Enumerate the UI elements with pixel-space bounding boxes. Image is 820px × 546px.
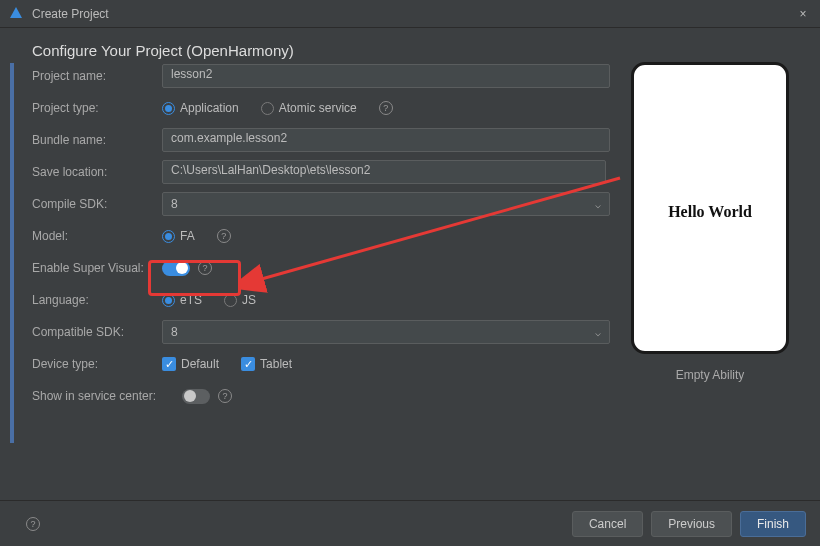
help-icon[interactable]: ?: [218, 389, 232, 403]
radio-application[interactable]: Application: [162, 101, 239, 115]
chevron-down-icon: ⌵: [595, 327, 601, 338]
wizard-step-indicator: [10, 63, 14, 443]
compile-sdk-select[interactable]: 8 ⌵: [162, 192, 610, 216]
chevron-down-icon: ⌵: [595, 199, 601, 210]
label-model: Model:: [32, 229, 162, 243]
radio-fa[interactable]: FA: [162, 229, 195, 243]
help-icon[interactable]: ?: [26, 517, 40, 531]
bundle-name-input[interactable]: com.example.lesson2: [162, 128, 610, 152]
checkbox-default[interactable]: ✓ Default: [162, 357, 219, 371]
form-area: Project name: lesson2 Project type: Appl…: [32, 60, 620, 500]
footer-bar: ? Cancel Previous Finish: [0, 500, 820, 546]
label-device-type: Device type:: [32, 357, 162, 371]
save-location-input[interactable]: C:\Users\LalHan\Desktop\ets\lesson2: [162, 160, 606, 184]
help-icon[interactable]: ?: [379, 101, 393, 115]
preview-panel: Hello World Empty Ability: [620, 62, 800, 500]
radio-js[interactable]: JS: [224, 293, 256, 307]
radio-ets[interactable]: eTS: [162, 293, 202, 307]
label-project-name: Project name:: [32, 69, 162, 83]
cancel-button[interactable]: Cancel: [572, 511, 643, 537]
app-logo-icon: [8, 6, 24, 22]
label-compile-sdk: Compile SDK:: [32, 197, 162, 211]
close-icon[interactable]: ×: [794, 7, 812, 21]
label-bundle-name: Bundle name:: [32, 133, 162, 147]
label-enable-super-visual: Enable Super Visual:: [32, 261, 162, 275]
label-project-type: Project type:: [32, 101, 162, 115]
finish-button[interactable]: Finish: [740, 511, 806, 537]
label-save-location: Save location:: [32, 165, 162, 179]
previous-button[interactable]: Previous: [651, 511, 732, 537]
preview-caption: Empty Ability: [676, 368, 745, 382]
compatible-sdk-select[interactable]: 8 ⌵: [162, 320, 610, 344]
show-in-service-center-toggle[interactable]: [182, 389, 210, 404]
phone-mockup: Hello World: [631, 62, 789, 354]
radio-atomic-service[interactable]: Atomic service: [261, 101, 357, 115]
window-title: Create Project: [32, 7, 109, 21]
checkbox-tablet[interactable]: ✓ Tablet: [241, 357, 292, 371]
label-language: Language:: [32, 293, 162, 307]
project-name-input[interactable]: lesson2: [162, 64, 610, 88]
label-show-in-service-center: Show in service center:: [32, 389, 182, 403]
enable-super-visual-toggle[interactable]: [162, 261, 190, 276]
preview-text: Hello World: [668, 203, 752, 221]
label-compatible-sdk: Compatible SDK:: [32, 325, 162, 339]
help-icon[interactable]: ?: [198, 261, 212, 275]
help-icon[interactable]: ?: [217, 229, 231, 243]
title-bar: Create Project ×: [0, 0, 820, 28]
